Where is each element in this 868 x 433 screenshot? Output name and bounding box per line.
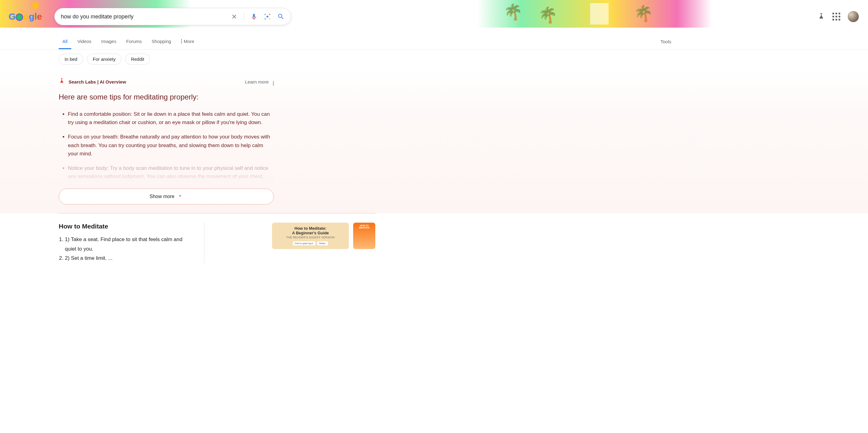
- chip-reddit[interactable]: Reddit: [125, 54, 150, 65]
- clear-icon[interactable]: [231, 13, 238, 20]
- search-tabs: All Videos Images Forums Shopping More T…: [0, 34, 868, 49]
- lens-search-icon[interactable]: [264, 13, 271, 20]
- tab-forums[interactable]: Forums: [122, 34, 145, 49]
- ai-tip-item: Focus on your breath: Breathe naturally …: [68, 133, 274, 158]
- search-box: [54, 8, 291, 25]
- account-avatar[interactable]: [848, 11, 859, 22]
- ai-overview-list: Find a comfortable position: Sit or lie …: [59, 110, 274, 182]
- voice-search-icon[interactable]: [250, 13, 257, 20]
- google-logo[interactable]: Gogle: [9, 11, 42, 22]
- tab-shopping[interactable]: Shopping: [148, 34, 175, 49]
- header: Gogle: [0, 0, 868, 25]
- snippet-steps-list: 1) Take a seat. Find place to sit that f…: [59, 235, 186, 263]
- snippet-step: 1) Take a seat. Find place to sit that f…: [65, 235, 186, 254]
- tab-more[interactable]: More: [177, 34, 198, 49]
- chevron-down-icon: [177, 193, 183, 200]
- ai-overview-section: Search Labs | AI Overview Learn more Her…: [0, 69, 868, 213]
- ai-tip-item: Notice your body: Try a body scan medita…: [68, 164, 274, 182]
- ai-overview-heading: Here are some tips for meditating proper…: [59, 93, 375, 101]
- svg-point-0: [267, 16, 268, 18]
- chip-for-anxiety[interactable]: For anxiety: [87, 54, 121, 65]
- tab-videos[interactable]: Videos: [74, 34, 95, 49]
- tab-all[interactable]: All: [59, 34, 71, 49]
- snippet-step: 2) Set a time limit. ...: [65, 254, 186, 263]
- labs-icon[interactable]: [817, 13, 825, 20]
- ai-overview-label: Search Labs | AI Overview: [68, 79, 126, 85]
- tools-button[interactable]: Tools: [660, 34, 671, 49]
- search-icon[interactable]: [277, 13, 285, 20]
- flask-icon: [59, 78, 65, 86]
- image-thumbnails: How to Meditate: A Beginner's Guide THE …: [272, 223, 375, 263]
- ai-tip-item: Find a comfortable position: Sit or lie …: [68, 110, 274, 127]
- refinement-chips: In bed For anxiety Reddit: [0, 49, 868, 69]
- thumbnail-card[interactable]: HOW TO MEDITATE: [353, 223, 375, 249]
- thumbnail-card[interactable]: How to Meditate: A Beginner's Guide THE …: [272, 223, 349, 249]
- overflow-menu-icon[interactable]: [273, 78, 274, 86]
- search-input[interactable]: [61, 13, 231, 20]
- apps-icon[interactable]: [832, 12, 840, 21]
- show-more-button[interactable]: Show more: [59, 189, 274, 204]
- learn-more-link[interactable]: Learn more: [245, 79, 269, 85]
- featured-snippet: How to Meditate 1) Take a seat. Find pla…: [59, 223, 375, 263]
- chip-in-bed[interactable]: In bed: [59, 54, 83, 65]
- tab-images[interactable]: Images: [97, 34, 120, 49]
- snippet-title: How to Meditate: [59, 223, 186, 230]
